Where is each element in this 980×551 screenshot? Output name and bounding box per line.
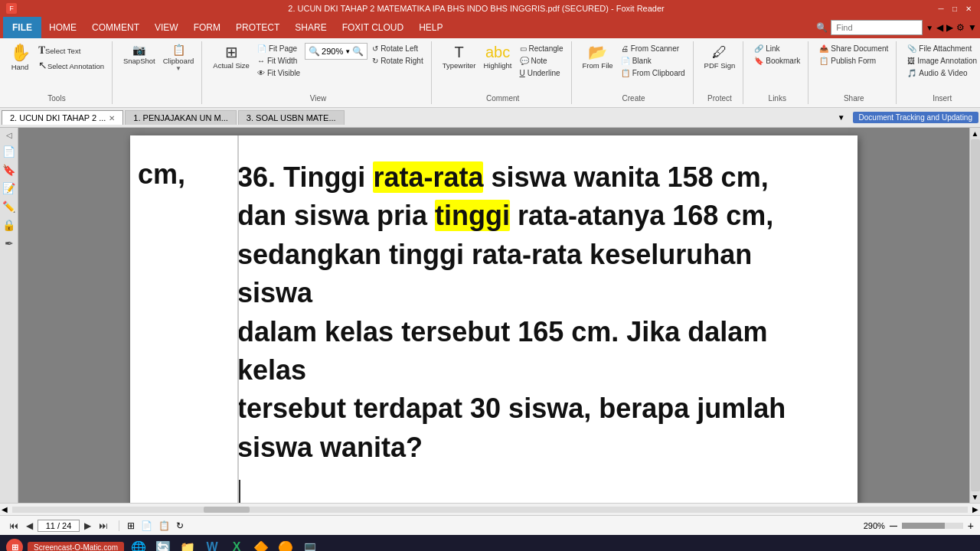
settings-icon[interactable]: ⚙ [956, 22, 965, 33]
scroll-thumb[interactable] [971, 139, 980, 491]
view-group-label: View [210, 91, 426, 103]
fit-visible-button[interactable]: 👁 Fit Visible [254, 67, 303, 79]
note-button[interactable]: 💬 Note [517, 55, 567, 67]
fit-page-status-button[interactable]: ⊞ [127, 520, 135, 531]
taskbar-excel-icon[interactable]: X [227, 537, 247, 551]
scroll-left-button[interactable]: ◀ [0, 505, 9, 514]
zoom-slider[interactable] [902, 523, 963, 529]
scroll-down-button[interactable]: ▼ [972, 493, 979, 501]
highlight-button[interactable]: abc Highlight [481, 43, 515, 71]
zoom-out-small-icon[interactable]: 🔍 [309, 46, 320, 57]
scroll-right-button[interactable]: ▶ [971, 505, 980, 514]
create-tools: 📂 From File 🖨 From Scanner 📄 Blank 📋 Fro… [580, 43, 688, 91]
taskbar-orange-icon[interactable]: 🔶 [251, 537, 271, 551]
sidebar-icon-lock[interactable]: 🔒 [2, 219, 15, 231]
prev-page-button[interactable]: ◀ [23, 519, 36, 533]
zoom-out-button[interactable]: ─ [890, 520, 897, 532]
single-page-status-button[interactable]: 📄 [141, 520, 152, 531]
share-menu[interactable]: SHARE [287, 17, 334, 38]
maximize-button[interactable]: □ [949, 3, 960, 14]
minimize-button[interactable]: ─ [936, 3, 946, 14]
share-doc-button[interactable]: 📤 Share Document [816, 43, 891, 54]
first-page-button[interactable]: ⏮ [6, 519, 21, 533]
hscroll-thumb[interactable] [204, 507, 250, 513]
zoom-in-button[interactable]: + [968, 520, 974, 532]
help-menu[interactable]: HELP [411, 17, 450, 38]
sidebar-icon-drawing[interactable]: ✏️ [2, 201, 15, 213]
more-icon[interactable]: ▼ [968, 22, 977, 33]
next-page-button[interactable]: ▶ [81, 519, 94, 533]
from-clipboard-button[interactable]: 📋 From Clipboard [618, 67, 688, 79]
screencast-button[interactable]: Screencast-O-Matic.com [28, 542, 124, 552]
tab-arrow-button[interactable]: ▼ [833, 111, 850, 124]
select-annotation-button[interactable]: ↖ Select Annotation [35, 58, 107, 72]
nav-forward-icon[interactable]: ▶ [946, 22, 953, 33]
taskbar-word-icon[interactable]: W [202, 537, 222, 551]
doc-tab-0-close[interactable]: ✕ [109, 114, 115, 122]
pdf-sign-button[interactable]: 🖊 PDF Sign [701, 43, 739, 71]
hand-button[interactable]: ✋ Hand [6, 43, 34, 73]
link-icon: 🔗 [754, 44, 763, 53]
rotate-status-button[interactable]: ↻ [176, 520, 184, 531]
home-menu[interactable]: HOME [41, 17, 84, 38]
bookmark-button[interactable]: 🔖 Bookmark [751, 55, 803, 67]
two-page-status-button[interactable]: 📋 [158, 520, 170, 531]
protect-menu[interactable]: PROTECT [228, 17, 287, 38]
search-input[interactable] [831, 20, 923, 35]
from-file-button[interactable]: 📂 From File [580, 43, 616, 71]
taskbar-folder-icon[interactable]: 📁 [178, 537, 198, 551]
scroll-up-button[interactable]: ▲ [972, 129, 979, 138]
hand-icon: ✋ [10, 44, 31, 61]
vertical-scrollbar[interactable]: ▲ ▼ [969, 128, 980, 503]
from-scanner-button[interactable]: 🖨 From Scanner [618, 43, 688, 54]
file-attachment-button[interactable]: 📎 File Attachment [904, 43, 980, 54]
clipboard-button[interactable]: 📋 Clipboard ▼ [160, 43, 198, 73]
actual-size-button[interactable]: ⊞ Actual Size [210, 43, 253, 71]
taskbar-orange2-icon[interactable]: 🟠 [276, 537, 296, 551]
rotate-left-button[interactable]: ↺ Rotate Left [369, 43, 426, 54]
doc-tab-0[interactable]: 2. UCUN DKI TAHAP 2 ... ✕ [2, 110, 123, 125]
taskbar-browser-icon[interactable]: 🌐 [129, 537, 149, 551]
zoom-dropdown-icon[interactable]: ▼ [345, 48, 351, 55]
window-controls: ─ □ ✕ [936, 3, 974, 14]
blank-icon: 📄 [621, 57, 630, 65]
file-menu[interactable]: FILE [3, 17, 41, 38]
sidebar-icon-annotations[interactable]: 📝 [2, 182, 15, 194]
foxit-cloud-menu[interactable]: FOXIT CLOUD [335, 17, 411, 38]
close-button[interactable]: ✕ [963, 3, 974, 14]
image-annotation-button[interactable]: 🖼 Image Annotation [904, 55, 980, 67]
rectangle-button[interactable]: ▭ Rectangle [517, 43, 567, 54]
fit-width-button[interactable]: ↔ Fit Width [254, 55, 303, 67]
blank-button[interactable]: 📄 Blank [618, 55, 688, 67]
sidebar-icon-pages[interactable]: 📄 [2, 145, 15, 158]
last-page-button[interactable]: ⏭ [96, 519, 111, 533]
audio-video-button[interactable]: 🎵 Audio & Video [904, 67, 980, 79]
snapshot-button[interactable]: 📷 SnapShot [120, 43, 158, 67]
note-icon: 💬 [520, 57, 529, 65]
comment-menu[interactable]: COMMENT [84, 17, 147, 38]
form-menu[interactable]: FORM [186, 17, 228, 38]
view-menu[interactable]: VIEW [147, 17, 186, 38]
sidebar-icon-sign[interactable]: ✒ [5, 237, 14, 249]
zoom-in-small-icon[interactable]: 🔍 [352, 46, 364, 57]
fit-page-button[interactable]: 📄 Fit Page [254, 43, 303, 54]
underline-button[interactable]: U Underline [517, 67, 567, 79]
sidebar-icon-bookmarks[interactable]: 🔖 [2, 164, 15, 176]
page-number-input[interactable] [38, 520, 80, 532]
typewriter-button[interactable]: T Typewriter [439, 43, 479, 71]
hscroll-track[interactable] [12, 507, 968, 513]
publish-form-button[interactable]: 📋 Publish Form [816, 55, 891, 67]
search-dropdown-icon[interactable]: ▼ [926, 24, 933, 32]
start-button[interactable]: ⊞ [6, 539, 23, 551]
doc-tab-1[interactable]: 1. PENJAJAKAN UN M... [125, 110, 236, 125]
sidebar-icon-expand[interactable]: ◁ [6, 131, 12, 139]
taskbar-screen-icon[interactable]: 💻 [300, 537, 320, 551]
taskbar-refresh-icon[interactable]: 🔄 [153, 537, 173, 551]
from-clipboard-icon: 📋 [621, 69, 630, 77]
rotate-right-button[interactable]: ↻ Rotate Right [369, 55, 426, 67]
link-button[interactable]: 🔗 Link [751, 43, 803, 54]
nav-back-icon[interactable]: ◀ [936, 22, 943, 33]
select-text-button[interactable]: 𝐓 Select Text [35, 43, 107, 57]
doc-tab-2[interactable]: 3. SOAL USBN MATE... [238, 110, 345, 125]
links-col: 🔗 Link 🔖 Bookmark [751, 43, 803, 67]
